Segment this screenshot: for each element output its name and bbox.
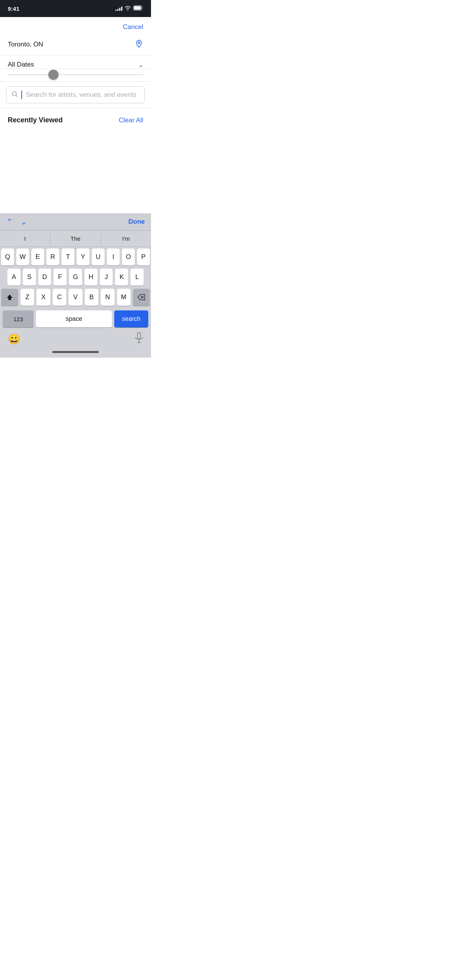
keyboard-row-3: Z X C V B N M	[1, 289, 150, 306]
keyboard-row-1: Q W E R T Y U I O P	[1, 248, 150, 266]
search-bar[interactable]: Search for artists, venues, and events	[6, 86, 145, 103]
svg-marker-5	[7, 295, 12, 300]
key-a[interactable]: A	[7, 269, 21, 286]
key-s[interactable]: S	[23, 269, 36, 286]
key-k[interactable]: K	[115, 269, 128, 286]
header-row: Cancel	[0, 17, 151, 34]
svg-rect-8	[137, 332, 141, 339]
key-r[interactable]: R	[46, 248, 59, 266]
chevron-down-icon: ⌄	[138, 61, 143, 69]
search-placeholder: Search for artists, venues, and events	[26, 91, 136, 99]
svg-rect-1	[134, 6, 141, 10]
key-x[interactable]: X	[36, 289, 50, 306]
arrow-down-icon[interactable]: ⌄	[21, 217, 27, 226]
wifi-icon	[125, 5, 131, 12]
key-b[interactable]: B	[85, 289, 98, 306]
svg-point-2	[138, 42, 140, 44]
backspace-key[interactable]	[133, 289, 150, 306]
keyboard-bottom-row: 123 space search	[1, 309, 150, 329]
key-e[interactable]: E	[31, 248, 44, 266]
dates-label: All Dates	[8, 61, 34, 69]
key-j[interactable]: J	[100, 269, 113, 286]
search-bar-row[interactable]: Search for artists, venues, and events	[0, 82, 151, 108]
key-o[interactable]: O	[122, 248, 135, 266]
status-bar: 9:41	[0, 0, 151, 17]
location-row[interactable]: Toronto, ON	[0, 34, 151, 55]
keyboard-row-2: A S D F G H J K L	[1, 269, 150, 286]
clear-all-button[interactable]: Clear All	[119, 117, 143, 124]
key-c[interactable]: C	[53, 289, 66, 306]
toolbar-arrows: ⌃ ⌄	[6, 217, 27, 226]
keyboard: Q W E R T Y U I O P A S D F G H J K L	[0, 247, 151, 358]
slider-track	[8, 74, 143, 75]
emoji-mic-row: 😀	[0, 329, 151, 348]
key-u[interactable]: U	[92, 248, 105, 266]
key-p[interactable]: P	[137, 248, 150, 266]
empty-content-area	[0, 128, 151, 213]
dates-row[interactable]: All Dates ⌄	[0, 55, 151, 69]
recently-viewed-label: Recently Viewed	[8, 116, 63, 124]
status-icons	[115, 5, 143, 12]
signal-icon	[115, 6, 122, 11]
emoji-icon[interactable]: 😀	[8, 333, 20, 345]
app-content: Cancel Toronto, ON All Dates ⌄	[0, 17, 151, 213]
key-f[interactable]: F	[53, 269, 67, 286]
key-i[interactable]: I	[107, 248, 120, 266]
key-h[interactable]: H	[84, 269, 98, 286]
home-indicator	[0, 348, 151, 358]
key-g[interactable]: G	[69, 269, 82, 286]
location-pin-icon[interactable]	[135, 39, 143, 50]
battery-icon	[133, 5, 143, 12]
status-time: 9:41	[8, 5, 19, 12]
predictive-item-3[interactable]: I'm	[101, 234, 151, 243]
svg-line-4	[16, 95, 17, 96]
text-cursor	[21, 91, 22, 99]
space-key[interactable]: space	[36, 310, 112, 327]
arrow-up-icon[interactable]: ⌃	[6, 217, 13, 226]
key-l[interactable]: L	[130, 269, 144, 286]
key-n[interactable]: N	[101, 289, 114, 306]
cancel-button[interactable]: Cancel	[123, 23, 143, 31]
home-bar	[52, 351, 99, 353]
microphone-icon[interactable]	[135, 332, 143, 346]
key-y[interactable]: Y	[77, 248, 89, 266]
numbers-key[interactable]: 123	[3, 310, 34, 327]
slider-thumb[interactable]	[48, 70, 58, 80]
location-text: Toronto, ON	[8, 41, 43, 48]
keyboard-toolbar: ⌃ ⌄ Done	[0, 213, 151, 231]
shift-key[interactable]	[1, 289, 18, 306]
keyboard-rows: Q W E R T Y U I O P A S D F G H J K L	[0, 247, 151, 329]
key-d[interactable]: D	[38, 269, 51, 286]
predictive-item-2[interactable]: The	[50, 234, 100, 243]
done-button[interactable]: Done	[129, 218, 145, 226]
predictive-item-1[interactable]: I	[0, 234, 50, 243]
key-w[interactable]: W	[16, 248, 29, 266]
predictive-text-bar: I The I'm	[0, 231, 151, 247]
key-v[interactable]: V	[69, 289, 82, 306]
key-m[interactable]: M	[117, 289, 130, 306]
key-z[interactable]: Z	[21, 289, 34, 306]
slider-row	[0, 69, 151, 82]
key-t[interactable]: T	[62, 248, 74, 266]
key-q[interactable]: Q	[1, 248, 14, 266]
search-key[interactable]: search	[114, 310, 148, 327]
recently-viewed-row: Recently Viewed Clear All	[0, 108, 151, 128]
search-icon	[11, 91, 18, 99]
